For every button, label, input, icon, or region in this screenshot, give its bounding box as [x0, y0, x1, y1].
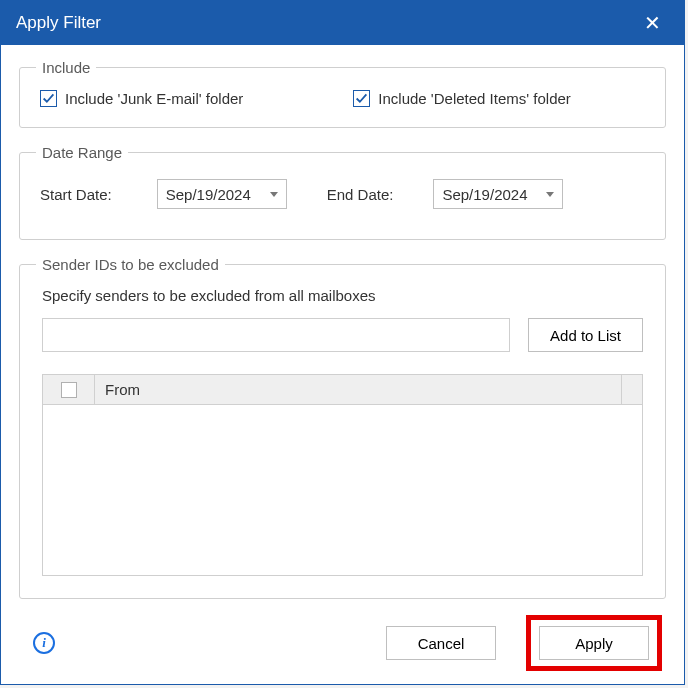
dialog-footer: i Cancel Apply: [19, 615, 666, 671]
apply-highlight: Apply: [526, 615, 662, 671]
sender-ids-legend: Sender IDs to be excluded: [36, 256, 225, 273]
apply-button[interactable]: Apply: [539, 626, 649, 660]
dialog-title: Apply Filter: [16, 13, 101, 33]
grid-header-checkbox-cell: [43, 375, 95, 404]
check-icon: [42, 92, 55, 105]
info-icon[interactable]: i: [33, 632, 55, 654]
apply-filter-dialog: Apply Filter ✕ Include Include 'Junk E-m…: [0, 0, 685, 685]
date-range-body: Start Date: Sep/19/2024 End Date: Sep/19…: [20, 161, 665, 239]
end-date-picker[interactable]: Sep/19/2024: [433, 179, 563, 209]
sender-ids-body: Specify senders to be excluded from all …: [20, 273, 665, 598]
sender-grid-body: [43, 405, 642, 575]
start-date-picker[interactable]: Sep/19/2024: [157, 179, 287, 209]
footer-buttons: Cancel Apply: [386, 615, 662, 671]
dialog-body: Include Include 'Junk E-mail' folder Inc…: [1, 45, 684, 688]
close-icon[interactable]: ✕: [636, 9, 669, 37]
include-deleted-row: Include 'Deleted Items' folder: [353, 90, 571, 107]
include-junk-label[interactable]: Include 'Junk E-mail' folder: [65, 90, 243, 107]
sender-grid: From: [42, 374, 643, 576]
grid-select-all-checkbox[interactable]: [61, 382, 77, 398]
grid-header-spacer: [622, 375, 642, 404]
check-icon: [355, 92, 368, 105]
add-to-list-button[interactable]: Add to List: [528, 318, 643, 352]
chevron-down-icon: [546, 192, 554, 197]
include-junk-checkbox[interactable]: [40, 90, 57, 107]
include-body: Include 'Junk E-mail' folder Include 'De…: [20, 76, 665, 127]
titlebar: Apply Filter ✕: [1, 1, 684, 45]
date-range-legend: Date Range: [36, 144, 128, 161]
include-junk-row: Include 'Junk E-mail' folder: [40, 90, 243, 107]
sender-input-row: Add to List: [42, 318, 643, 352]
end-date-label: End Date:: [327, 186, 394, 203]
include-deleted-label[interactable]: Include 'Deleted Items' folder: [378, 90, 571, 107]
include-group: Include Include 'Junk E-mail' folder Inc…: [19, 59, 666, 128]
sender-grid-header: From: [43, 375, 642, 405]
sender-input[interactable]: [42, 318, 510, 352]
cancel-button[interactable]: Cancel: [386, 626, 496, 660]
chevron-down-icon: [270, 192, 278, 197]
end-date-value: Sep/19/2024: [442, 186, 527, 203]
sender-caption: Specify senders to be excluded from all …: [42, 287, 643, 304]
include-legend: Include: [36, 59, 96, 76]
date-range-group: Date Range Start Date: Sep/19/2024 End D…: [19, 144, 666, 240]
sender-ids-group: Sender IDs to be excluded Specify sender…: [19, 256, 666, 599]
grid-header-from[interactable]: From: [95, 375, 622, 404]
end-date-group: End Date: Sep/19/2024: [327, 179, 564, 209]
start-date-group: Start Date: Sep/19/2024: [40, 179, 287, 209]
start-date-value: Sep/19/2024: [166, 186, 251, 203]
start-date-label: Start Date:: [40, 186, 112, 203]
include-deleted-checkbox[interactable]: [353, 90, 370, 107]
